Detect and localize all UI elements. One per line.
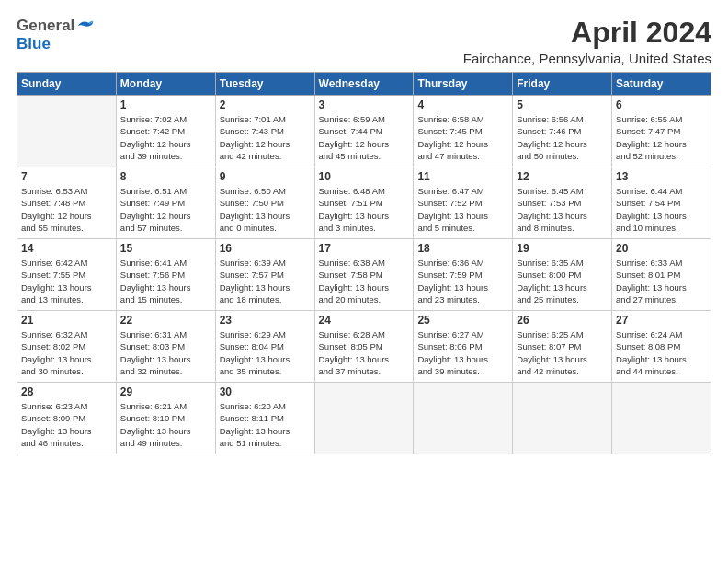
day-info: Sunrise: 6:29 AM Sunset: 8:04 PM Dayligh… <box>220 328 311 377</box>
calendar-cell-1-1 <box>17 96 117 167</box>
calendar-cell-4-5: 25Sunrise: 6:27 AM Sunset: 8:06 PM Dayli… <box>414 311 513 383</box>
day-info: Sunrise: 7:02 AM Sunset: 7:42 PM Dayligh… <box>120 113 211 162</box>
calendar-cell-2-7: 13Sunrise: 6:44 AM Sunset: 7:54 PM Dayli… <box>612 167 711 239</box>
calendar-cell-1-5: 4Sunrise: 6:58 AM Sunset: 7:45 PM Daylig… <box>414 96 513 167</box>
day-number: 26 <box>517 314 608 327</box>
calendar-cell-5-6 <box>513 383 612 454</box>
day-info: Sunrise: 6:20 AM Sunset: 8:11 PM Dayligh… <box>220 400 311 449</box>
day-number: 15 <box>120 242 211 255</box>
calendar-cell-4-7: 27Sunrise: 6:24 AM Sunset: 8:08 PM Dayli… <box>612 311 711 383</box>
calendar-cell-4-1: 21Sunrise: 6:32 AM Sunset: 8:02 PM Dayli… <box>17 311 117 383</box>
calendar-cell-2-4: 10Sunrise: 6:48 AM Sunset: 7:51 PM Dayli… <box>314 167 414 239</box>
day-number: 17 <box>319 242 410 255</box>
day-info: Sunrise: 6:41 AM Sunset: 7:56 PM Dayligh… <box>120 257 211 305</box>
day-number: 19 <box>517 242 608 255</box>
day-number: 24 <box>319 314 410 327</box>
weekday-header-thursday: Thursday <box>414 73 513 96</box>
calendar-cell-4-4: 24Sunrise: 6:28 AM Sunset: 8:05 PM Dayli… <box>314 311 414 383</box>
day-number: 3 <box>319 98 410 111</box>
logo: General Blue <box>17 17 95 53</box>
day-info: Sunrise: 6:50 AM Sunset: 7:50 PM Dayligh… <box>220 185 311 234</box>
day-number: 23 <box>220 314 311 327</box>
day-info: Sunrise: 6:28 AM Sunset: 8:05 PM Dayligh… <box>319 328 410 377</box>
calendar-cell-5-5 <box>414 383 513 454</box>
week-row-1: 1Sunrise: 7:02 AM Sunset: 7:42 PM Daylig… <box>17 96 711 167</box>
calendar-cell-2-1: 7Sunrise: 6:53 AM Sunset: 7:48 PM Daylig… <box>17 167 117 239</box>
day-number: 25 <box>417 314 508 327</box>
calendar-cell-3-5: 18Sunrise: 6:36 AM Sunset: 7:59 PM Dayli… <box>414 239 513 311</box>
calendar-cell-1-6: 5Sunrise: 6:56 AM Sunset: 7:46 PM Daylig… <box>513 96 612 167</box>
calendar-cell-2-2: 8Sunrise: 6:51 AM Sunset: 7:49 PM Daylig… <box>116 167 215 239</box>
calendar-cell-5-7 <box>612 383 711 454</box>
calendar-cell-4-6: 26Sunrise: 6:25 AM Sunset: 8:07 PM Dayli… <box>513 311 612 383</box>
day-info: Sunrise: 6:55 AM Sunset: 7:47 PM Dayligh… <box>616 113 707 162</box>
logo-icon <box>76 17 95 34</box>
day-info: Sunrise: 6:21 AM Sunset: 8:10 PM Dayligh… <box>120 400 211 449</box>
day-number: 6 <box>616 98 707 111</box>
day-info: Sunrise: 6:58 AM Sunset: 7:45 PM Dayligh… <box>417 113 508 162</box>
calendar-cell-1-7: 6Sunrise: 6:55 AM Sunset: 7:47 PM Daylig… <box>612 96 711 167</box>
day-number: 11 <box>417 170 508 183</box>
day-number: 9 <box>220 170 311 183</box>
day-info: Sunrise: 6:53 AM Sunset: 7:48 PM Dayligh… <box>21 185 112 234</box>
day-number: 20 <box>616 242 707 255</box>
week-row-2: 7Sunrise: 6:53 AM Sunset: 7:48 PM Daylig… <box>17 167 711 239</box>
day-number: 21 <box>21 314 112 327</box>
header: General Blue April 2024 Fairchance, Penn… <box>17 17 711 66</box>
day-info: Sunrise: 6:36 AM Sunset: 7:59 PM Dayligh… <box>417 257 508 305</box>
day-number: 7 <box>21 170 112 183</box>
logo-blue: Blue <box>17 35 95 53</box>
day-info: Sunrise: 7:01 AM Sunset: 7:43 PM Dayligh… <box>220 113 311 162</box>
day-info: Sunrise: 6:33 AM Sunset: 8:01 PM Dayligh… <box>616 257 707 305</box>
day-info: Sunrise: 6:31 AM Sunset: 8:03 PM Dayligh… <box>120 328 211 377</box>
day-info: Sunrise: 6:51 AM Sunset: 7:49 PM Dayligh… <box>120 185 211 234</box>
day-info: Sunrise: 6:38 AM Sunset: 7:58 PM Dayligh… <box>319 257 410 305</box>
calendar-cell-3-7: 20Sunrise: 6:33 AM Sunset: 8:01 PM Dayli… <box>612 239 711 311</box>
week-row-3: 14Sunrise: 6:42 AM Sunset: 7:55 PM Dayli… <box>17 239 711 311</box>
calendar-cell-4-2: 22Sunrise: 6:31 AM Sunset: 8:03 PM Dayli… <box>116 311 215 383</box>
day-number: 10 <box>319 170 410 183</box>
logo-general: General <box>17 17 74 35</box>
calendar-cell-3-1: 14Sunrise: 6:42 AM Sunset: 7:55 PM Dayli… <box>17 239 117 311</box>
calendar-cell-2-3: 9Sunrise: 6:50 AM Sunset: 7:50 PM Daylig… <box>215 167 314 239</box>
calendar-cell-2-6: 12Sunrise: 6:45 AM Sunset: 7:53 PM Dayli… <box>513 167 612 239</box>
calendar-cell-2-5: 11Sunrise: 6:47 AM Sunset: 7:52 PM Dayli… <box>414 167 513 239</box>
day-info: Sunrise: 6:59 AM Sunset: 7:44 PM Dayligh… <box>319 113 410 162</box>
day-info: Sunrise: 6:44 AM Sunset: 7:54 PM Dayligh… <box>616 185 707 234</box>
calendar-cell-5-1: 28Sunrise: 6:23 AM Sunset: 8:09 PM Dayli… <box>17 383 117 454</box>
calendar-cell-1-2: 1Sunrise: 7:02 AM Sunset: 7:42 PM Daylig… <box>116 96 215 167</box>
calendar-cell-3-4: 17Sunrise: 6:38 AM Sunset: 7:58 PM Dayli… <box>314 239 414 311</box>
day-number: 28 <box>21 385 112 398</box>
day-info: Sunrise: 6:47 AM Sunset: 7:52 PM Dayligh… <box>417 185 508 234</box>
calendar-table: SundayMondayTuesdayWednesdayThursdayFrid… <box>17 72 711 454</box>
day-number: 13 <box>616 170 707 183</box>
day-number: 22 <box>120 314 211 327</box>
day-number: 30 <box>220 385 311 398</box>
day-number: 12 <box>517 170 608 183</box>
day-info: Sunrise: 6:32 AM Sunset: 8:02 PM Dayligh… <box>21 328 112 377</box>
day-number: 27 <box>616 314 707 327</box>
weekday-header-monday: Monday <box>116 73 215 96</box>
weekday-header-saturday: Saturday <box>612 73 711 96</box>
day-info: Sunrise: 6:42 AM Sunset: 7:55 PM Dayligh… <box>21 257 112 305</box>
calendar-cell-5-3: 30Sunrise: 6:20 AM Sunset: 8:11 PM Dayli… <box>215 383 314 454</box>
day-info: Sunrise: 6:27 AM Sunset: 8:06 PM Dayligh… <box>417 328 508 377</box>
day-number: 1 <box>120 98 211 111</box>
weekday-header-row: SundayMondayTuesdayWednesdayThursdayFrid… <box>17 73 711 96</box>
day-info: Sunrise: 6:24 AM Sunset: 8:08 PM Dayligh… <box>616 328 707 377</box>
day-info: Sunrise: 6:25 AM Sunset: 8:07 PM Dayligh… <box>517 328 608 377</box>
subtitle: Fairchance, Pennsylvania, United States <box>463 51 711 66</box>
day-number: 4 <box>417 98 508 111</box>
day-info: Sunrise: 6:45 AM Sunset: 7:53 PM Dayligh… <box>517 185 608 234</box>
day-number: 2 <box>220 98 311 111</box>
day-info: Sunrise: 6:48 AM Sunset: 7:51 PM Dayligh… <box>319 185 410 234</box>
title-area: April 2024 Fairchance, Pennsylvania, Uni… <box>463 17 711 66</box>
calendar-cell-4-3: 23Sunrise: 6:29 AM Sunset: 8:04 PM Dayli… <box>215 311 314 383</box>
day-number: 5 <box>517 98 608 111</box>
calendar-cell-5-2: 29Sunrise: 6:21 AM Sunset: 8:10 PM Dayli… <box>116 383 215 454</box>
weekday-header-wednesday: Wednesday <box>314 73 414 96</box>
day-number: 18 <box>417 242 508 255</box>
day-number: 16 <box>220 242 311 255</box>
calendar-cell-1-4: 3Sunrise: 6:59 AM Sunset: 7:44 PM Daylig… <box>314 96 414 167</box>
calendar-page: General Blue April 2024 Fairchance, Penn… <box>0 0 728 563</box>
